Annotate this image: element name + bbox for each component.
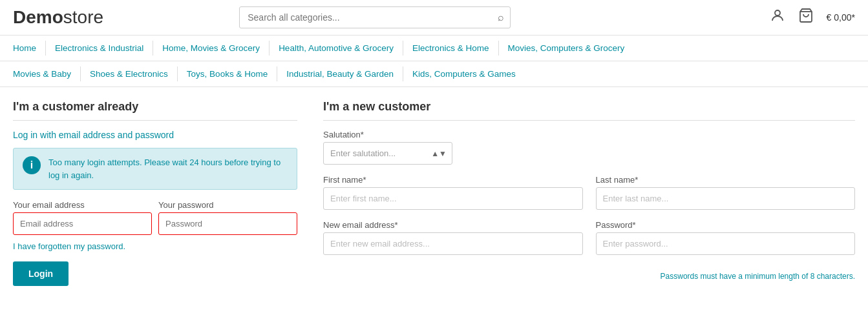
header: Demostore ⌕ € 0,00* <box>0 0 868 36</box>
nav-kids-computers-games[interactable]: Kids, Computers & Games <box>403 66 525 81</box>
new-password-input[interactable] <box>596 232 856 255</box>
existing-customer-title: I'm a customer already <box>13 100 297 114</box>
info-icon: i <box>23 156 41 174</box>
new-customer-divider <box>323 120 855 121</box>
cart-icon[interactable] <box>798 8 814 27</box>
salutation-select[interactable]: Enter salutation... Mr. Mrs. Ms. <box>324 143 426 164</box>
last-name-label: Last name* <box>596 175 856 185</box>
nav-electronics-industrial[interactable]: Electronics & Industrial <box>45 41 153 56</box>
new-password-label: Password* <box>596 220 856 230</box>
nav-home-movies-grocery[interactable]: Home, Movies & Grocery <box>153 41 269 56</box>
logo-normal: store <box>63 7 103 27</box>
nav-movies-baby[interactable]: Movies & Baby <box>13 66 80 81</box>
nav-health-automotive-grocery[interactable]: Health, Automotive & Grocery <box>269 41 403 56</box>
logo[interactable]: Demostore <box>13 7 103 28</box>
email-form-group: Your email address <box>13 200 152 235</box>
new-email-label: New email address* <box>323 220 583 230</box>
select-arrow-icon: ▲▼ <box>426 149 452 158</box>
user-icon[interactable] <box>770 8 785 27</box>
nav-industrial-beauty-garden[interactable]: Industrial, Beauty & Garden <box>277 66 403 81</box>
search-input[interactable] <box>239 6 511 28</box>
salutation-select-wrapper: Enter salutation... Mr. Mrs. Ms. ▲▼ <box>323 142 452 165</box>
nav-secondary: Movies & Baby Shoes & Electronics Toys, … <box>0 61 868 87</box>
email-label: Your email address <box>13 200 152 210</box>
first-name-group: First name* <box>323 175 583 210</box>
search-icon: ⌕ <box>498 12 504 23</box>
first-name-input[interactable] <box>323 187 583 210</box>
nav-movies-computers-grocery[interactable]: Movies, Computers & Grocery <box>498 41 634 56</box>
email-password-row: New email address* Password* Passwords m… <box>323 220 855 281</box>
search-bar: ⌕ <box>239 6 511 28</box>
login-form-row: Your email address Your password <box>13 200 297 235</box>
password-input[interactable] <box>158 212 297 235</box>
password-form-group: Your password <box>158 200 297 235</box>
new-password-group: Password* Passwords must have a minimum … <box>596 220 856 281</box>
salutation-label: Salutation* <box>323 130 855 139</box>
nav-home[interactable]: Home <box>13 41 45 56</box>
login-subtitle: Log in with email address and password <box>13 130 297 140</box>
new-email-input[interactable] <box>323 232 583 255</box>
alert-text: Too many login attempts. Please wait 24 … <box>48 156 288 181</box>
nav-electronics-home[interactable]: Electronics & Home <box>403 41 498 56</box>
logo-bold: Demo <box>13 7 63 27</box>
last-name-input[interactable] <box>596 187 856 210</box>
new-customer-title: I'm a new customer <box>323 100 855 114</box>
alert-box: i Too many login attempts. Please wait 2… <box>13 148 297 190</box>
name-row: First name* Last name* <box>323 175 855 210</box>
divider <box>13 120 297 121</box>
main-content: I'm a customer already Log in with email… <box>0 87 868 299</box>
nav-shoes-electronics[interactable]: Shoes & Electronics <box>80 66 177 81</box>
existing-customer-section: I'm a customer already Log in with email… <box>13 100 297 286</box>
last-name-group: Last name* <box>596 175 856 210</box>
svg-point-0 <box>775 10 780 15</box>
new-email-group: New email address* <box>323 220 583 281</box>
password-hint: Passwords must have a minimum length of … <box>596 258 856 281</box>
password-label: Your password <box>158 200 297 210</box>
header-right: € 0,00* <box>770 8 855 27</box>
nav-toys-books-home[interactable]: Toys, Books & Home <box>177 66 277 81</box>
login-button[interactable]: Login <box>13 261 69 286</box>
email-input[interactable] <box>13 212 152 235</box>
first-name-label: First name* <box>323 175 583 185</box>
new-customer-section: I'm a new customer Salutation* Enter sal… <box>323 100 855 286</box>
salutation-group: Salutation* Enter salutation... Mr. Mrs.… <box>323 130 855 165</box>
cart-amount: € 0,00* <box>827 12 855 23</box>
forgot-password-link[interactable]: I have forgotten my password. <box>13 241 297 251</box>
nav-primary: Home Electronics & Industrial Home, Movi… <box>0 36 868 61</box>
